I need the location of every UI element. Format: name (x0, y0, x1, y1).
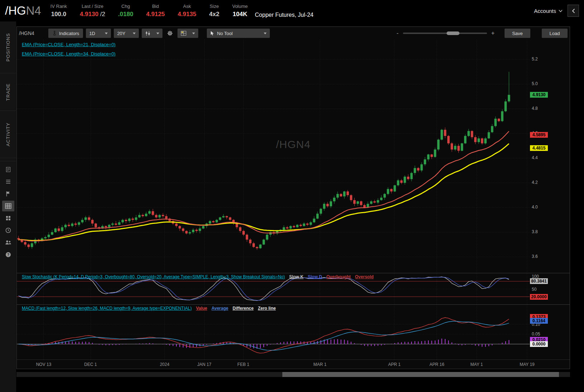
price-tick-label: 4.8 (532, 106, 538, 111)
sidebar-chart-icon[interactable] (2, 201, 14, 211)
zoom-out-button[interactable]: - (395, 30, 400, 36)
price-chart[interactable]: EMA (Price=CLOSE, Length=21, Displace=0)… (17, 40, 570, 273)
load-button[interactable]: Load (542, 29, 568, 38)
h-scrollbar-thumb[interactable] (282, 372, 559, 377)
stoch-badge: 80.3841 (530, 278, 548, 284)
sidebar-clock-icon[interactable] (2, 225, 14, 236)
time-axis-label: NOV 13 (36, 362, 52, 367)
chevron-down-icon (264, 33, 267, 34)
macd-panel[interactable]: MACD (Fast length=12, Slow length=26, MA… (17, 304, 570, 359)
legend-overbought[interactable]: Overbought (326, 274, 351, 279)
macd-badge: 0.1164 (530, 318, 548, 324)
range-dropdown[interactable]: 20Y (114, 29, 139, 38)
time-axis-label: MAR 1 (313, 362, 327, 367)
timeframe-value: 1D (89, 31, 95, 36)
macd-badge: 0.0000 (530, 341, 548, 347)
macd-title[interactable]: MACD (Fast length=12, Slow length=26, MA… (22, 306, 192, 311)
price-tick-label: 5.0 (532, 81, 538, 86)
field-bid: Bid4.9125 (146, 4, 165, 18)
stoch-badge: 20.0000 (530, 294, 548, 300)
main-area: Indicators 1D 20Y No Tool - (16, 21, 584, 392)
cursor-icon (210, 31, 214, 36)
field-value: 4.9135 (178, 11, 196, 18)
save-button[interactable]: Save (505, 29, 530, 38)
macd-tick-label: 0.05 (532, 332, 540, 337)
legend-difference[interactable]: Difference (233, 306, 254, 311)
price-badge: 4.5895 (530, 132, 548, 138)
legend-slow-d[interactable]: Slow D (308, 274, 322, 279)
field-chg: Chg.0180 (118, 4, 133, 18)
sidebar-grid-icon[interactable] (2, 213, 14, 224)
sidebar-ticket-icon[interactable] (2, 188, 14, 199)
sidebar-tab-trade[interactable]: TRADE (0, 73, 16, 111)
range-value: 20Y (117, 31, 125, 36)
timeframe-dropdown[interactable]: 1D (86, 29, 111, 38)
time-axis: NOV 13DEC 12024JAN 17FEB 1MAR 1APR 1APR … (17, 359, 570, 369)
price-axis: 5.25.04.84.64.44.24.03.83.64.91304.58954… (530, 40, 570, 273)
sidebar-icons: ? (0, 161, 16, 260)
layout-grid-icon (181, 31, 186, 36)
gear-icon (167, 30, 173, 36)
zoom-slider[interactable] (403, 33, 487, 34)
time-axis-label: APR 1 (388, 362, 401, 367)
field-volume: Volume104K (232, 4, 248, 18)
collapse-panel-button[interactable] (568, 5, 579, 17)
field-label: Bid (152, 4, 159, 9)
candlestick-plot[interactable] (17, 40, 530, 273)
chart-type-dropdown[interactable] (142, 29, 162, 38)
time-axis-label: APR 16 (429, 362, 444, 367)
macd-legend: ValueAverageDifferenceZero line (192, 306, 276, 311)
sidebar-tab-activity[interactable]: ACTIVITY (0, 111, 16, 158)
symbol-watermark: /HGN4 (276, 138, 311, 151)
settings-button[interactable] (165, 29, 175, 38)
accounts-label: Accounts (534, 8, 556, 14)
chart-panel: Indicators 1D 20Y No Tool - (16, 26, 570, 369)
time-axis-label: JAN 17 (197, 362, 211, 367)
stoch-tick-label: 50 (532, 287, 536, 292)
ema21-study-label[interactable]: EMA (Price=CLOSE, Length=21, Displace=0) (22, 42, 116, 47)
indicators-button[interactable]: Indicators (48, 29, 83, 38)
legend-zero-line[interactable]: Zero line (258, 306, 276, 311)
legend-oversold[interactable]: Oversold (355, 274, 374, 279)
field-iv-rank: IV Rank100.0 (50, 4, 67, 18)
header-bar: /HGN4 IV Rank100.0Last / Size4.9130 /2Ch… (0, 0, 584, 21)
symbol-input[interactable] (19, 30, 45, 36)
symbol-suffix: N4 (26, 4, 41, 17)
accounts-dropdown[interactable]: Accounts (534, 8, 563, 14)
h-scrollbar[interactable] (16, 372, 570, 377)
sidebar-help-icon[interactable]: ? (2, 249, 14, 260)
layout-dropdown[interactable] (177, 29, 198, 38)
stochastic-title[interactable]: Slow Stochastic (K Period=14, D Period=3… (22, 274, 285, 279)
zoom-in-button[interactable]: + (490, 30, 496, 36)
ema34-study-label[interactable]: EMA (Price=CLOSE, Length=34, Displace=0) (22, 51, 116, 57)
zoom-slider-thumb[interactable] (447, 31, 459, 35)
sidebar-report-icon[interactable] (2, 164, 14, 175)
price-badge: 4.4815 (530, 145, 548, 151)
field-value: 100.0 (51, 11, 67, 18)
price-tick-label: 3.6 (532, 254, 538, 259)
svg-text:?: ? (7, 253, 9, 257)
field-label: Size (210, 4, 219, 9)
legend-value[interactable]: Value (196, 306, 207, 311)
legend-slow-k[interactable]: Slow K (289, 274, 303, 279)
sidebar-tab-positions[interactable]: POSITIONS (0, 21, 16, 73)
field-size: Size4x2 (209, 4, 219, 18)
sidebar-users-icon[interactable] (2, 237, 14, 248)
chevron-down-icon (559, 10, 563, 12)
symbol-title: /HGN4 (5, 4, 41, 18)
time-axis-label: 2024 (160, 362, 170, 367)
legend-average[interactable]: Average (211, 306, 228, 311)
field-value: .0180 (118, 11, 133, 18)
macd-plot[interactable] (17, 305, 530, 360)
chart-type-icon (145, 31, 151, 36)
drawing-tool-dropdown[interactable]: No Tool (207, 29, 270, 38)
field-value: 4.9130 /2 (80, 11, 105, 18)
indicators-label: Indicators (59, 31, 79, 36)
stochastic-panel[interactable]: Slow Stochastic (K Period=14, D Period=3… (17, 273, 570, 304)
stoch-axis: 1005080.384120.0000 (530, 273, 570, 304)
field-value: 104K (233, 11, 247, 18)
field-label: Volume (232, 4, 248, 9)
stochastic-legend: Slow KSlow DOverboughtOversold (285, 274, 374, 279)
chevron-down-icon (156, 33, 159, 34)
sidebar-list-icon[interactable] (2, 176, 14, 187)
